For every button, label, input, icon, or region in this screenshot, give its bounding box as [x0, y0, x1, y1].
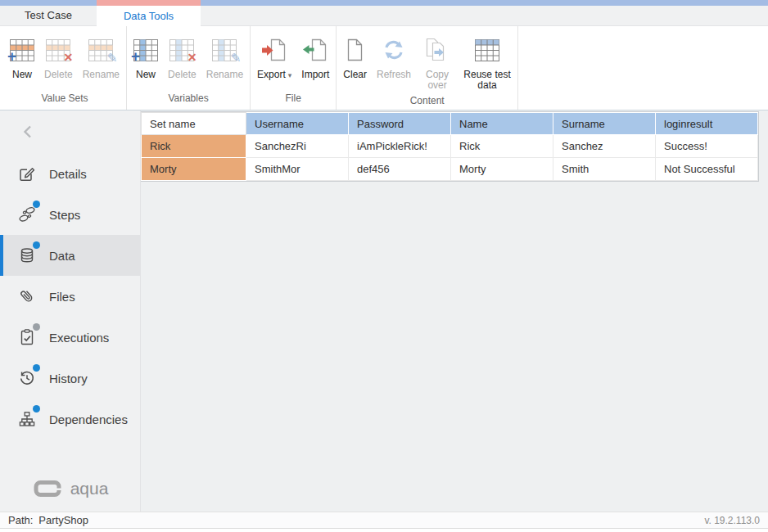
ribbon-group-label: Variables	[129, 90, 248, 110]
sidebar-item-label: Details	[49, 167, 87, 181]
button-label: New	[136, 70, 156, 80]
button-label: New	[12, 70, 32, 80]
sidebar-item-files[interactable]: Files	[0, 276, 140, 317]
button-label: Rename	[83, 70, 120, 80]
table-cell[interactable]: SmithMor	[246, 158, 349, 181]
notification-badge	[33, 323, 40, 331]
button-label: Copy over	[421, 70, 454, 91]
collapse-sidebar-button[interactable]	[0, 110, 140, 153]
sidebar-item-label: Files	[49, 290, 75, 304]
column-header-username[interactable]: Username	[246, 113, 349, 135]
history-icon	[17, 368, 37, 388]
set-name-cell[interactable]: Morty	[142, 158, 246, 181]
sidebar-item-label: Dependencies	[49, 413, 128, 426]
table-row: Rick SanchezRi iAmPickleRick! Rick Sanch…	[142, 135, 758, 158]
content-area: Set name Username Password Name Surname …	[141, 110, 768, 512]
button-label: Export▾	[257, 70, 291, 81]
table-cell[interactable]: Not Successful	[656, 158, 758, 181]
import-file-icon	[302, 38, 328, 62]
data-table: Set name Username Password Name Surname …	[141, 112, 758, 181]
column-header-surname[interactable]: Surname	[553, 113, 656, 135]
import-button[interactable]: Import	[296, 31, 334, 82]
aqua-logo-text: aqua	[70, 479, 109, 498]
edit-icon	[17, 164, 37, 183]
table-cell[interactable]: iAmPickleRick!	[349, 135, 451, 158]
path-label: Path:	[8, 514, 33, 526]
variables-delete-button[interactable]: ✕ Delete	[163, 31, 201, 82]
version-label: v. 19.2.113.0	[704, 515, 760, 526]
sidebar-item-label: Executions	[49, 331, 109, 345]
value-sets-delete-button[interactable]: ✕ Delete	[39, 31, 78, 82]
table-cell[interactable]: Sanchez	[553, 135, 656, 158]
sidebar-item-executions[interactable]: Executions	[0, 317, 140, 358]
ribbon-group-content: Clear Refresh	[337, 26, 518, 110]
column-header-set-name[interactable]: Set name	[142, 113, 246, 135]
table-header-icon	[475, 39, 499, 61]
sidebar-item-history[interactable]: History	[0, 358, 140, 399]
table-cell[interactable]: SanchezRi	[246, 135, 349, 158]
copy-pages-icon	[424, 38, 450, 62]
button-label: Import	[301, 70, 329, 80]
header-row: Set name Username Password Name Surname …	[142, 113, 758, 135]
active-tab-accent	[97, 0, 201, 6]
set-name-cell[interactable]: Rick	[142, 135, 246, 158]
table-cell[interactable]: def456	[349, 158, 451, 181]
copy-over-button[interactable]: Copy over	[416, 31, 459, 92]
column-header-name[interactable]: Name	[451, 113, 553, 135]
window-bottom-edge	[0, 528, 768, 532]
button-label: Reuse test data	[463, 70, 511, 91]
notification-badge	[33, 405, 40, 413]
table-cell[interactable]: Morty	[451, 158, 553, 181]
aqua-logo-icon	[32, 477, 63, 500]
table-cell[interactable]: Rick	[451, 135, 553, 158]
ribbon-group-file: Export▾ Import File	[251, 26, 337, 110]
ribbon-group-variables: + New ✕ Delete	[127, 26, 251, 110]
reuse-test-data-button[interactable]: Reuse test data	[459, 31, 516, 92]
window-accent-strip	[0, 0, 768, 6]
table-row: Morty SmithMor def456 Morty Smith Not Su…	[142, 158, 758, 181]
button-label: Delete	[168, 70, 197, 80]
pencil-icon: ✎	[107, 52, 118, 64]
main-area: Details Steps	[0, 110, 768, 512]
clear-button[interactable]: Clear	[338, 31, 372, 82]
sidebar-item-steps[interactable]: Steps	[0, 194, 140, 235]
tab-data-tools[interactable]: Data Tools	[97, 6, 201, 26]
refresh-icon	[382, 38, 406, 61]
button-label: Delete	[44, 70, 73, 80]
clipboard-check-icon	[17, 327, 37, 347]
refresh-button[interactable]: Refresh	[372, 31, 416, 82]
column-header-loginresult[interactable]: loginresult	[656, 113, 758, 135]
ribbon-group-value-sets: + New ✕ Delete	[3, 26, 127, 110]
sidebar-item-details[interactable]: Details	[0, 153, 140, 194]
delete-x-icon: ✕	[64, 52, 74, 63]
pencil-icon: ✎	[231, 52, 242, 64]
delete-x-icon: ✕	[187, 52, 197, 63]
export-file-icon	[261, 38, 287, 62]
database-icon	[17, 246, 37, 265]
table-cell[interactable]: Smith	[553, 158, 656, 181]
export-button[interactable]: Export▾	[252, 31, 296, 83]
sidebar: Details Steps	[0, 110, 141, 512]
notification-badge	[33, 201, 40, 208]
value-sets-new-button[interactable]: + New	[5, 31, 39, 82]
column-header-password[interactable]: Password	[349, 113, 451, 135]
notification-badge	[33, 364, 40, 372]
button-label: Refresh	[377, 70, 411, 80]
value-sets-rename-button[interactable]: ✎ Rename	[78, 31, 124, 82]
path-value: PartyShop	[38, 514, 88, 526]
tab-test-case[interactable]: Test Case	[0, 6, 97, 25]
table-cell[interactable]: Success!	[656, 135, 758, 158]
variables-rename-button[interactable]: ✎ Rename	[201, 31, 248, 82]
sidebar-item-dependencies[interactable]: Dependencies	[0, 399, 140, 440]
chevron-left-icon	[20, 123, 36, 141]
sidebar-item-label: Data	[49, 249, 75, 263]
status-bar: Path:PartyShop v. 19.2.113.0	[0, 512, 768, 528]
ribbon-group-label: Content	[338, 92, 516, 112]
paperclip-icon	[17, 286, 37, 306]
dropdown-caret-icon: ▾	[288, 71, 292, 79]
sidebar-item-data[interactable]: Data	[0, 235, 140, 276]
sidebar-item-label: History	[49, 372, 88, 385]
variables-new-button[interactable]: + New	[129, 31, 163, 82]
sidebar-item-label: Steps	[49, 208, 80, 222]
blank-page-icon	[346, 38, 365, 62]
